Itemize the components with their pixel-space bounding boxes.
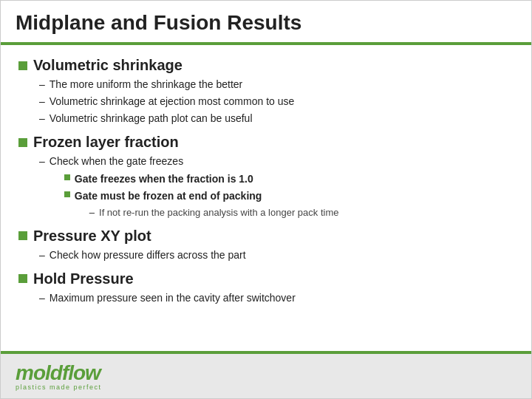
- sub-items-pressure: – Check how pressure differs across the …: [18, 248, 514, 263]
- dash-icon: –: [39, 154, 45, 169]
- list-item: – If not re-run the packing analysis wit…: [89, 205, 339, 220]
- sub-item-text: The more uniform the shrinkage the bette…: [50, 77, 242, 92]
- section-volumetric: Volumetric shrinkage – The more uniform …: [18, 57, 514, 126]
- footer: moldflow plastics made perfect: [1, 351, 531, 398]
- bullet-icon-pressure: [18, 231, 27, 240]
- sub-item-text: Check how pressure differs across the pa…: [50, 248, 246, 263]
- section-label-hold: Hold Pressure: [33, 270, 134, 287]
- dash-icon: –: [39, 77, 45, 92]
- small-bullet-icon: [64, 174, 70, 180]
- sub-sub-item-text: Gate freezes when the fraction is 1.0: [75, 171, 253, 187]
- section-title-pressure: Pressure XY plot: [18, 228, 514, 245]
- sub-item-text: Volumetric shrinkage path plot can be us…: [50, 111, 253, 126]
- list-item: – Maximum pressure seen in the cavity af…: [39, 290, 514, 306]
- sub-items-volumetric: – The more uniform the shrinkage the bet…: [18, 77, 514, 126]
- dash-icon: –: [39, 248, 45, 263]
- sub-item-text: Volumetric shrinkage at ejection most co…: [50, 94, 295, 109]
- section-pressure: Pressure XY plot – Check how pressure di…: [18, 228, 514, 263]
- bullet-icon-frozen: [18, 138, 27, 147]
- section-label-frozen: Frozen layer fraction: [33, 134, 179, 151]
- list-item: – Check when the gate freezes Gate freez…: [39, 154, 514, 220]
- section-hold: Hold Pressure – Maximum pressure seen in…: [18, 270, 514, 306]
- logo-sub-text: plastics made perfect: [16, 383, 102, 391]
- dash-icon: –: [39, 94, 45, 109]
- slide-title: Midplane and Fusion Results: [16, 11, 516, 35]
- sub-item-text: Maximum pressure seen in the cavity afte…: [50, 290, 296, 306]
- section-frozen: Frozen layer fraction – Check when the g…: [18, 134, 514, 220]
- section-title-hold: Hold Pressure: [18, 270, 514, 287]
- section-label-volumetric: Volumetric shrinkage: [33, 57, 183, 74]
- section-title-frozen: Frozen layer fraction: [18, 134, 514, 151]
- content-area: Volumetric shrinkage – The more uniform …: [1, 45, 531, 351]
- dash-icon: –: [39, 111, 45, 126]
- list-item: Gate must be frozen at end of packing – …: [64, 188, 339, 220]
- list-item: Gate freezes when the fraction is 1.0: [64, 171, 339, 187]
- section-title-volumetric: Volumetric shrinkage: [18, 57, 514, 74]
- dash-icon: –: [39, 290, 45, 306]
- section-label-pressure: Pressure XY plot: [33, 228, 151, 245]
- logo: moldflow plastics made perfect: [16, 361, 102, 391]
- slide: Midplane and Fusion Results Volumetric s…: [0, 0, 532, 399]
- sub-sub-items: Gate freezes when the fraction is 1.0 Ga…: [50, 171, 339, 220]
- sub-item-text: Check when the gate freezes: [50, 154, 339, 169]
- sub-sub-item-text: Gate must be frozen at end of packing: [75, 188, 339, 204]
- small-bullet-icon: [64, 191, 70, 197]
- bullet-icon-hold: [18, 274, 27, 283]
- list-item: – Volumetric shrinkage at ejection most …: [39, 94, 514, 109]
- list-item: – Volumetric shrinkage path plot can be …: [39, 111, 514, 126]
- list-item: – Check how pressure differs across the …: [39, 248, 514, 263]
- title-bar: Midplane and Fusion Results: [1, 1, 531, 45]
- list-item: – The more uniform the shrinkage the bet…: [39, 77, 514, 92]
- sub-items-hold: – Maximum pressure seen in the cavity af…: [18, 290, 514, 306]
- logo-main-text: moldflow: [16, 361, 102, 385]
- bullet-icon-volumetric: [18, 61, 27, 70]
- sub-sub-sub-items: – If not re-run the packing analysis wit…: [75, 205, 339, 220]
- sub-sub-sub-item-text: If not re-run the packing analysis with …: [99, 205, 338, 220]
- dash-icon: –: [89, 205, 95, 220]
- sub-items-frozen: – Check when the gate freezes Gate freez…: [18, 154, 514, 220]
